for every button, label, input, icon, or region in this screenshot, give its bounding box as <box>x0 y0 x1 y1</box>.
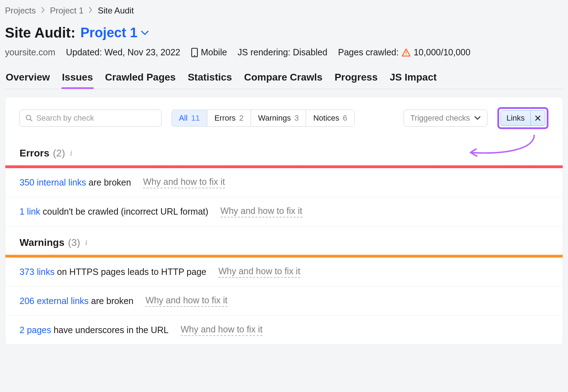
svg-rect-2 <box>406 51 406 54</box>
breadcrumb-projects[interactable]: Projects <box>5 6 36 16</box>
warnings-label: Warnings <box>20 237 65 248</box>
svg-point-4 <box>26 115 31 120</box>
breadcrumb-project[interactable]: Project 1 <box>50 6 84 16</box>
tab-js-impact[interactable]: JS Impact <box>389 68 437 89</box>
issue-row: 2 pages have underscores in the URL Why … <box>5 316 563 344</box>
meta-crawled-value: 10,000/10,000 <box>414 47 470 57</box>
project-dropdown-label: Project 1 <box>81 25 138 40</box>
issue-desc: have underscores in the URL <box>51 325 169 335</box>
warnings-section-header: Warnings (3) i <box>5 226 563 255</box>
errors-count: (2) <box>53 148 65 159</box>
tab-crawled-pages[interactable]: Crawled Pages <box>104 68 176 89</box>
breadcrumb: Projects Project 1 Site Audit <box>5 4 563 19</box>
issue-desc: are broken <box>86 177 131 187</box>
seg-notices[interactable]: Notices 6 <box>306 110 354 126</box>
meta-crawled: Pages crawled: 10,000/10,000 <box>338 47 470 57</box>
why-fix-link[interactable]: Why and how to fix it <box>220 206 302 217</box>
chevron-right-icon <box>41 6 45 15</box>
filter-chip-remove[interactable] <box>530 111 545 126</box>
search-input-wrap[interactable] <box>20 110 162 127</box>
info-icon[interactable]: i <box>84 238 87 247</box>
site-domain: yoursite.com <box>5 47 55 57</box>
tab-statistics[interactable]: Statistics <box>187 68 233 89</box>
page-title: Site Audit: <box>5 25 76 41</box>
page-title-row: Site Audit: Project 1 <box>5 19 563 47</box>
meta-device: Mobile <box>191 47 227 57</box>
svg-rect-1 <box>194 55 195 56</box>
issue-row: 206 external links are broken Why and ho… <box>5 287 563 316</box>
tab-issues[interactable]: Issues <box>61 68 94 89</box>
issue-link[interactable]: 350 internal links <box>20 177 86 187</box>
search-icon <box>26 114 33 122</box>
chevron-down-icon <box>474 116 481 120</box>
mobile-icon <box>191 48 198 57</box>
tabs: Overview Issues Crawled Pages Statistics… <box>5 68 563 89</box>
breadcrumb-current: Site Audit <box>98 6 133 16</box>
warning-triangle-icon <box>402 48 411 57</box>
issues-card: All 11 Errors 2 Warnings 3 Notices 6 Tri… <box>5 97 563 345</box>
why-fix-link[interactable]: Why and how to fix it <box>146 295 228 307</box>
seg-errors-count: 2 <box>239 114 244 123</box>
issue-desc: are broken <box>89 296 133 306</box>
filter-chip-links[interactable]: Links <box>501 110 545 126</box>
seg-all-count: 11 <box>191 114 200 123</box>
warnings-count: (3) <box>68 237 80 248</box>
seg-errors[interactable]: Errors 2 <box>207 110 251 126</box>
seg-all[interactable]: All 11 <box>172 110 207 126</box>
seg-all-label: All <box>179 114 187 123</box>
search-input[interactable] <box>36 114 155 123</box>
seg-notices-label: Notices <box>313 114 339 123</box>
issues-toolbar: All 11 Errors 2 Warnings 3 Notices 6 Tri… <box>5 97 563 137</box>
project-dropdown[interactable]: Project 1 <box>81 25 149 40</box>
issue-desc: on HTTPS pages leads to HTTP page <box>55 267 207 277</box>
meta-device-label: Mobile <box>201 47 227 57</box>
issue-link[interactable]: 2 pages <box>20 325 51 335</box>
errors-label: Errors <box>20 148 49 159</box>
meta-row: yoursite.com Updated: Wed, Nov 23, 2022 … <box>5 47 563 68</box>
why-fix-link[interactable]: Why and how to fix it <box>181 324 263 336</box>
info-icon[interactable]: i <box>69 149 72 158</box>
seg-errors-label: Errors <box>214 114 236 123</box>
filter-chip-label: Links <box>501 111 530 126</box>
meta-crawled-label: Pages crawled: <box>338 47 399 57</box>
seg-warnings[interactable]: Warnings 3 <box>251 110 306 126</box>
issue-row: 350 internal links are broken Why and ho… <box>5 168 563 197</box>
meta-js: JS rendering: Disabled <box>237 47 327 57</box>
issue-link[interactable]: 1 link <box>20 206 40 216</box>
tab-progress[interactable]: Progress <box>334 68 378 89</box>
chevron-right-icon <box>88 6 93 15</box>
issue-desc: couldn't be crawled (incorrect URL forma… <box>40 206 208 216</box>
tab-compare-crawls[interactable]: Compare Crawls <box>243 68 323 89</box>
close-icon <box>535 115 541 121</box>
filter-chip-highlight: Links <box>497 107 548 129</box>
issue-link[interactable]: 206 external links <box>20 296 89 306</box>
triggered-checks-dropdown[interactable]: Triggered checks <box>404 110 487 127</box>
why-fix-link[interactable]: Why and how to fix it <box>218 266 300 278</box>
svg-rect-3 <box>406 54 406 55</box>
severity-segment: All 11 Errors 2 Warnings 3 Notices 6 <box>171 110 355 127</box>
chevron-down-icon <box>141 31 149 35</box>
seg-warnings-count: 3 <box>294 114 299 123</box>
tab-overview[interactable]: Overview <box>5 68 51 89</box>
why-fix-link[interactable]: Why and how to fix it <box>143 177 225 188</box>
issue-link[interactable]: 373 links <box>20 267 55 277</box>
issue-row: 1 link couldn't be crawled (incorrect UR… <box>5 197 563 226</box>
warnings-bar <box>5 255 563 258</box>
issue-row: 373 links on HTTPS pages leads to HTTP p… <box>5 258 563 287</box>
errors-bar <box>5 165 563 168</box>
triggered-checks-label: Triggered checks <box>410 114 470 123</box>
seg-warnings-label: Warnings <box>258 114 291 123</box>
meta-updated: Updated: Wed, Nov 23, 2022 <box>66 47 180 57</box>
seg-notices-count: 6 <box>343 114 347 123</box>
